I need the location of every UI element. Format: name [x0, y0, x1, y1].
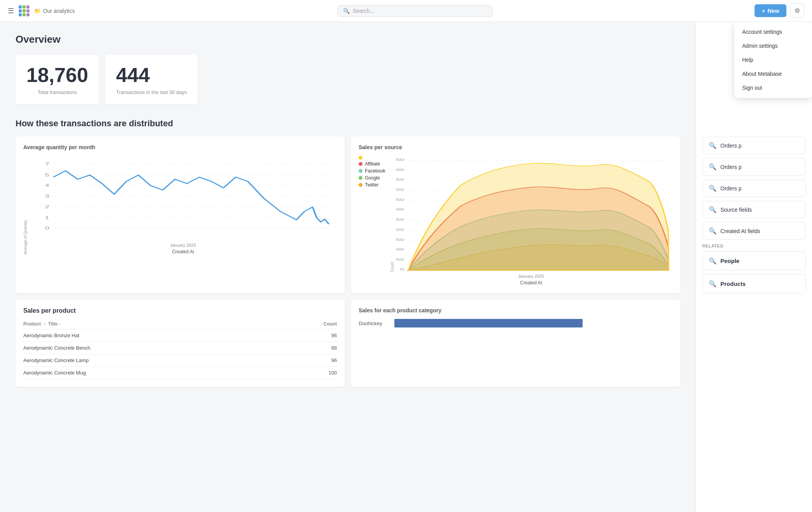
related-label-products: Products [720, 280, 746, 287]
count-cell: 88 [275, 342, 337, 354]
logo-dot-5 [23, 9, 26, 12]
main-layout: Overview 18,760 Total transactions 444 T… [0, 22, 812, 512]
data-table: Product → Title ↑ ↑ Count Aerodynamic Br… [23, 319, 337, 379]
svg-text:300: 300 [396, 207, 404, 212]
search-placeholder: Search... [353, 8, 375, 14]
sidebar-related-people[interactable]: 🔍 People [702, 251, 806, 270]
legend-item-1: Affiliate [359, 161, 385, 167]
sales-table-card: Sales per product Product → Title ↑ ↑ Co… [16, 300, 345, 387]
svg-text:350: 350 [396, 197, 404, 202]
logo-dot-8 [23, 13, 26, 16]
stat-number-total: 18,760 [26, 64, 88, 86]
product-cell: Aerodynamic Concrete Lamp [23, 354, 275, 367]
legend-item-2: Facebook [359, 168, 385, 174]
col1-label: Product → Title [23, 321, 57, 327]
hamburger-icon[interactable]: ☰ [8, 7, 14, 15]
col-product-header[interactable]: Product → Title ↑ [23, 319, 275, 329]
area-chart-x-label: Created At [390, 280, 672, 286]
legend-dot-1 [359, 162, 363, 166]
logo-dot-6 [26, 9, 29, 12]
legend-label-2: Facebook [365, 168, 385, 174]
stat-number-recent: 444 [116, 64, 187, 86]
svg-text:500: 500 [396, 167, 404, 172]
svg-text:2: 2 [45, 205, 50, 210]
related-label-people: People [720, 258, 739, 264]
search-item-icon-created: 🔍 [709, 227, 717, 235]
svg-text:450: 450 [396, 177, 404, 181]
legend-item-0 [359, 156, 385, 160]
area-chart-title: Sales per source [359, 144, 672, 150]
dropdown-admin-settings[interactable]: Admin settings [734, 39, 812, 53]
svg-text:0: 0 [400, 267, 404, 271]
legend-list: Affiliate Facebook Google [359, 156, 385, 188]
table-row: Aerodynamic Concrete Bench 88 [23, 342, 337, 354]
header: ☰ 📁 Our analytics 🔍 Search... + New [0, 0, 812, 22]
header-right: + New ⚙ [755, 3, 804, 18]
dropdown-help[interactable]: Help [734, 53, 812, 67]
sort-arrow-1: ↑ [59, 322, 61, 326]
area-chart-card: Sales per source Affiliate [351, 136, 680, 293]
logo-dot-9 [26, 13, 29, 16]
svg-text:100: 100 [396, 247, 404, 251]
svg-text:5: 5 [45, 172, 50, 178]
product-cell: Aerodynamic Concrete Mug [23, 367, 275, 379]
folder-icon: 📁 [34, 8, 41, 14]
count-cell: 96 [275, 329, 337, 342]
dropdown-sign-out[interactable]: Sign out [734, 81, 812, 95]
legend-item-3: Google [359, 175, 385, 181]
col-count-header[interactable]: ↑ Count [275, 319, 337, 329]
table-row: Aerodynamic Concrete Lamp 96 [23, 354, 337, 367]
col2-label: Count [323, 321, 337, 327]
gear-icon: ⚙ [795, 7, 800, 14]
dropdown-about-metabase[interactable]: About Metabase [734, 67, 812, 81]
area-chart-y-label: Count [390, 156, 394, 272]
sidebar-search-item-2[interactable]: 🔍 Orders p [702, 158, 806, 176]
count-cell: 100 [275, 367, 337, 379]
search-item-icon-2: 🔍 [709, 163, 717, 171]
breadcrumb-text: Our analytics [43, 8, 75, 14]
sidebar-search-item-created[interactable]: 🔍 Created At fields [702, 222, 806, 240]
legend-label-1: Affiliate [365, 161, 380, 167]
bar-doohickey [394, 319, 583, 327]
sidebar-search-item-1[interactable]: 🔍 Orders p [702, 137, 806, 154]
sidebar-search-item-3[interactable]: 🔍 Orders p [702, 179, 806, 197]
logo [19, 5, 29, 16]
stat-cards: 18,760 Total transactions 444 Transactio… [16, 55, 680, 104]
legend-label-4: Twitter [365, 182, 378, 188]
related-label: RELATED [702, 244, 806, 248]
sidebar-section: 🔍 Orders p 🔍 Orders p 🔍 Orders p 🔍 Sourc… [696, 131, 812, 303]
dropdown-account-settings[interactable]: Account settings [734, 25, 812, 39]
legend-dot-0 [359, 156, 363, 160]
gear-button[interactable]: ⚙ [790, 3, 804, 18]
sidebar-item-label-3: Orders p [720, 185, 741, 192]
area-chart-svg-area: Count 0 50 100 150 200 250 300 350 [390, 156, 672, 286]
search-area: 🔍 Search... [75, 5, 755, 17]
related-icon-products: 🔍 [709, 280, 717, 287]
svg-text:200: 200 [396, 227, 404, 232]
sidebar-item-label-1: Orders p [720, 143, 741, 149]
line-chart-title: Average quantity per month [23, 144, 337, 150]
sidebar-search-item-source[interactable]: 🔍 Source fields [702, 201, 806, 218]
sidebar-item-label-2: Orders p [720, 164, 741, 170]
bar-chart-row: Doohickey [359, 319, 672, 327]
new-button[interactable]: + New [755, 4, 786, 17]
stat-card-recent: 444 Transactions in the last 30 days [105, 55, 198, 104]
breadcrumb: 📁 Our analytics [34, 8, 75, 14]
svg-text:0: 0 [45, 226, 50, 231]
logo-dot-7 [19, 13, 22, 16]
line-chart-area: 0 1 2 3 4 5 7 January 2025 Created At [29, 156, 337, 254]
svg-text:550: 550 [396, 157, 404, 162]
logo-dot-3 [26, 5, 29, 9]
stat-card-total: 18,760 Total transactions [16, 55, 99, 104]
svg-text:7: 7 [45, 162, 50, 167]
product-cell: Aerodynamic Concrete Bench [23, 342, 275, 354]
svg-text:3: 3 [45, 194, 50, 199]
legend-item-4: Twitter [359, 182, 385, 188]
svg-text:50: 50 [396, 257, 404, 261]
search-bar[interactable]: 🔍 Search... [337, 5, 493, 17]
table-row: Aerodynamic Bronze Hat 96 [23, 329, 337, 342]
sidebar-related-products[interactable]: 🔍 Products [702, 274, 806, 293]
bar-chart-card: Sales for each product category Doohicke… [351, 300, 680, 387]
logo-dot-4 [19, 9, 22, 12]
svg-text:250: 250 [396, 217, 404, 221]
